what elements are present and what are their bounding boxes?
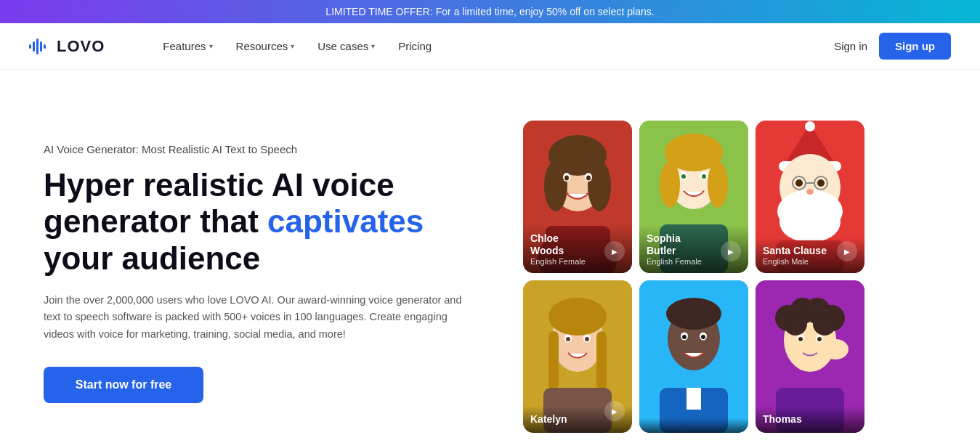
svg-point-24 [702, 174, 706, 179]
voice-card-thomas[interactable]: Thomas [756, 280, 864, 433]
svg-point-8 [544, 160, 567, 211]
svg-point-69 [813, 312, 836, 336]
hero-title-highlight: captivates [267, 203, 424, 239]
play-button-sophia[interactable]: ▶ [721, 241, 741, 261]
svg-rect-45 [548, 331, 559, 389]
play-button-chloe[interactable]: ▶ [604, 241, 625, 261]
svg-rect-4 [44, 44, 46, 49]
chevron-down-icon: ▾ [291, 42, 294, 50]
banner-text: LIMITED TIME OFFER: For a limited time, … [325, 6, 654, 17]
sign-in-link[interactable]: Sign in [834, 40, 867, 52]
svg-point-71 [798, 337, 803, 341]
logo-text: LOVO [57, 37, 105, 56]
svg-point-40 [806, 189, 814, 195]
hero-title: Hyper realistic AI voice generator that … [44, 167, 494, 277]
svg-rect-61 [687, 388, 701, 410]
svg-point-32 [779, 202, 841, 243]
svg-rect-3 [40, 41, 42, 52]
svg-point-73 [817, 337, 822, 341]
voice-card-unnamed[interactable] [639, 280, 748, 433]
svg-point-36 [817, 179, 825, 187]
play-button-katelyn[interactable]: ▶ [604, 401, 625, 421]
hero-section: AI Voice Generator: Most Realistic AI Te… [44, 113, 494, 433]
svg-point-54 [666, 298, 721, 330]
svg-point-56 [682, 335, 687, 339]
voice-card-santa[interactable]: Santa Clause English Male ▶ [756, 121, 864, 273]
svg-point-58 [701, 335, 705, 339]
svg-point-29 [805, 121, 815, 131]
nav-pricing[interactable]: Pricing [398, 40, 432, 52]
svg-point-34 [807, 194, 830, 204]
navigation: LOVO Features ▾ Resources ▾ Use cases ▾ … [0, 23, 980, 70]
voices-grid: ChloeWoods English Female ▶ [523, 121, 864, 433]
svg-point-22 [681, 174, 686, 179]
svg-point-48 [566, 337, 570, 341]
svg-point-13 [586, 176, 591, 181]
nav-links: Features ▾ Resources ▾ Use cases ▾ Prici… [163, 40, 834, 52]
cta-button[interactable]: Start now for free [44, 367, 203, 403]
svg-rect-46 [596, 331, 607, 389]
svg-point-19 [660, 161, 680, 208]
nav-resources[interactable]: Resources ▾ [236, 40, 295, 52]
chevron-down-icon: ▾ [209, 42, 213, 50]
play-button-santa[interactable]: ▶ [837, 241, 857, 261]
svg-point-11 [564, 176, 569, 181]
card-overlay-unnamed [639, 418, 748, 433]
hero-subtitle: AI Voice Generator: Most Realistic AI Te… [44, 143, 494, 155]
voice-card-chloe[interactable]: ChloeWoods English Female ▶ [523, 121, 632, 273]
main-content: AI Voice Generator: Most Realistic AI Te… [0, 70, 980, 443]
voice-name-thomas: Thomas [763, 413, 857, 426]
promo-banner: LIMITED TIME OFFER: For a limited time, … [0, 0, 980, 23]
logo-icon [29, 38, 51, 54]
svg-point-68 [784, 312, 807, 336]
nav-features[interactable]: Features ▾ [163, 40, 212, 52]
svg-point-9 [588, 160, 611, 211]
svg-rect-0 [29, 44, 31, 49]
hero-title-end: your audience [44, 240, 260, 276]
voice-card-katelyn[interactable]: Katelyn ▶ [523, 280, 632, 433]
svg-point-74 [822, 339, 849, 359]
svg-point-20 [708, 161, 728, 208]
svg-point-50 [585, 337, 589, 341]
nav-auth: Sign in Sign up [834, 33, 951, 60]
svg-point-44 [548, 298, 607, 336]
svg-rect-1 [33, 41, 35, 52]
card-overlay-thomas: Thomas [756, 406, 864, 433]
voice-card-sophia[interactable]: SophiaButler English Female ▶ [639, 121, 748, 273]
hero-description: Join the over 2,000,000 users who love L… [44, 292, 465, 344]
svg-point-35 [795, 179, 803, 187]
svg-rect-2 [36, 38, 39, 54]
logo[interactable]: LOVO [29, 37, 105, 56]
chevron-down-icon: ▾ [371, 42, 375, 50]
nav-use-cases[interactable]: Use cases ▾ [317, 40, 375, 52]
sign-up-button[interactable]: Sign up [879, 33, 951, 60]
